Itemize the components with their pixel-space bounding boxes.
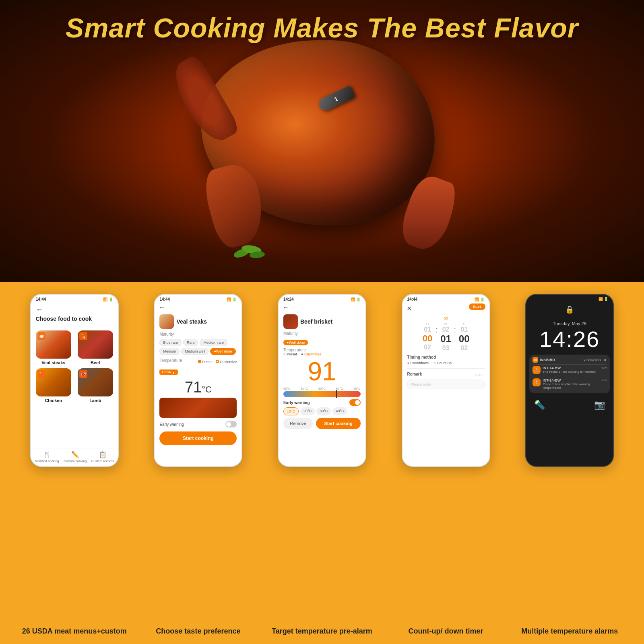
remark-header: Remark 0/100 [407,372,485,378]
nav-item-custom-cooking[interactable]: ✏️ Custom cooking [64,451,87,463]
food-item-chicken[interactable]: 🍗 Chicken [34,368,73,403]
notif-icon-1: 🌡️ [533,366,541,374]
food-label-chicken: Chicken [45,398,62,403]
phone3-ew-toggle-thumb [355,400,360,405]
ew-temp-40[interactable]: 40°C [332,407,347,415]
timer-s-current: 00 [459,333,470,345]
phone2-customize-radio[interactable]: Customize [216,360,237,364]
inkbird-logo: IB [533,357,538,363]
phone3-ew-toggle[interactable] [349,399,361,406]
caption-2: Choose taste preference [140,627,257,636]
maturity-rare[interactable]: Rare [183,339,198,346]
food-icon-veal: 🍽️ [37,332,45,340]
maturity-medium-rare[interactable]: Medium rare [200,339,227,346]
notification-item-2: 🌡️ INT-14-BW now Probe 1 has reached the… [533,377,607,391]
nav-item-modified[interactable]: 🍴 Modified cooking [35,451,59,463]
phone5-status-bar: 📶 🔋 [526,295,613,303]
phone3-customize-radio[interactable]: ● Customize [301,352,321,356]
phone3-status-icons: 📶 🔋 [351,297,361,301]
phone2-ew-label: Early warning [159,422,184,427]
phone2-usda-badge: USDA 🔥 [159,369,178,375]
phone5-lock-content: 🔒 Tuesday, May 28 14:26 IB INKBIRD ∨ Sho… [526,305,613,414]
phone4-timing-label: Timing method [407,355,485,359]
phone4-remark-input[interactable]: Please enter [407,380,485,389]
phone3-back-arrow[interactable]: ← [283,304,289,311]
phone3-start-cooking-button[interactable]: Start cooking [316,418,361,429]
phone3-temp-bar: 65°C 80°C 85°C 90°C 95°C [283,387,361,397]
maturity-blue-rare[interactable]: Blue rare [159,339,182,346]
phone4-countup-label: Count-up [437,361,452,365]
ew-temp-30[interactable]: 30°C [316,407,331,415]
phone1-back-arrow[interactable]: ← [36,305,113,314]
phone2-content: Veal steaks Maturity Blue rare Rare Medi… [155,312,242,448]
phone5-status-icons: 📶 🔋 [599,297,609,301]
timer-s-next: 02 [460,345,468,352]
food-label-veal: Veal steaks [41,360,65,365]
food-item-veal[interactable]: 🍽️ Veal steaks [34,330,73,365]
food-img-veal: 🍽️ [36,330,71,359]
caption-4: Count-up/ down timer [388,627,504,636]
phone2-temp-label: Temperature [159,358,182,363]
notif-message-1: The Probe 1 This cooking is Finished. [543,370,607,374]
flashlight-icon[interactable]: 🔦 [534,400,545,410]
inkbird-app-name: INKBIRD [540,358,555,362]
notif-title-row-1: INT-14-BW now [543,366,607,370]
phone5: 📶 🔋 🔒 Tuesday, May 28 14:26 IB INKBIRD [525,294,614,467]
phone2-back-arrow[interactable]: ← [159,304,165,311]
phone2-temperature-section: Temperature Preset Customize USDA 🔥 71°C [159,358,237,418]
phone2-ew-toggle-thumb [226,422,231,427]
food-img-beef: 🍖 [78,330,113,359]
phone2-start-cooking-button[interactable]: Start cooking [159,431,237,445]
camera-icon[interactable]: 📷 [594,400,605,410]
custom-records-icon: 📋 [99,451,107,458]
timer-col-s: S 01 00 02 [456,322,472,352]
phone2-maturity-buttons: Blue rare Rare Medium rare Medium Medium… [159,339,237,355]
phone2-preset-radio[interactable]: Preset [198,360,213,364]
phone5-time: 14:26 [526,326,613,352]
phone4: 14:44 📶 🔋 Start ✕ 00 H 01 00 [402,294,490,467]
phone3: 14:24 📶 🔋 ← Beef brisket Maturity ●Well [278,294,366,467]
phone4-count-label: 00 [407,316,485,320]
phone3-temp-bar-labels: 65°C 80°C 85°C 90°C 95°C [283,387,361,390]
ew-temp-10[interactable]: 10°C [283,407,299,415]
notif-time-1: now [601,366,607,370]
phone2-radio-group: Preset Customize [198,360,237,364]
notif-text-2: INT-14-BW now Probe 1 has reached the wa… [543,378,607,390]
phone3-back: ← [279,303,365,312]
phone2-container: 14:44 📶 🔋 ← Veal steaks Maturity [140,294,257,467]
phone5-notification-panel: IB INKBIRD ∨ Show less ✕ 🌡️ [529,355,610,393]
phone2-maturity-label: Maturity [159,332,237,336]
maturity-medium-well[interactable]: Medium well [181,348,208,355]
phone3-big-temp: 91 [283,359,361,384]
phone4-countdown-radio[interactable]: ● Countdown [407,361,429,365]
show-less-button[interactable]: ∨ Show less [583,358,601,362]
phone3-temp-bar-visual[interactable] [283,391,361,397]
timer-unit-m: M [444,322,448,326]
phone3-action-row: Remove Start cooking [283,418,361,429]
phone3-preset-radio[interactable]: ○ Preset [283,352,297,356]
food-item-beef[interactable]: 🍖 Beef [76,330,115,365]
food-item-lamb[interactable]: 🥩 Lamb [76,368,115,403]
phone4-countup-radio[interactable]: ○ Count-up [433,361,452,365]
phone4-start-button[interactable]: Start [469,303,485,310]
maturity-medium[interactable]: Medium [159,348,180,355]
timer-s-prev: 01 [460,326,468,333]
phone2-status-bar: 14:44 📶 🔋 [155,295,242,303]
nav-item-custom-records[interactable]: 📋 Custom records [91,451,114,463]
notif-title-2: INT-14-BW [543,378,561,382]
phone2: 14:44 📶 🔋 ← Veal steaks Maturity [154,294,242,467]
phone5-lock-icon-row: 🔒 [526,305,613,314]
phone3-well-done-badge: ●Well done [283,340,308,345]
timer-h-current: 00 [423,333,432,344]
caption-1: 26 USDA meat menus+custom [16,627,133,636]
ew-temp-20[interactable]: 20°C [300,407,315,415]
bottom-section: 14:44 📶 🔋 ← Choose food to cook 🍽️ [0,282,644,644]
phone3-food-name: Beef brisket [300,318,332,325]
phone4-status-bar: 14:44 📶 🔋 [402,295,489,303]
phone3-remove-button[interactable]: Remove [283,418,313,429]
close-notification-button[interactable]: ✕ [603,358,607,362]
phone2-steak-image [159,398,237,418]
phone2-ew-toggle[interactable] [225,421,237,427]
phone3-early-warning: Early warning 10°C 20°C 30°C 40°C [283,399,361,415]
maturity-well-done[interactable]: ●Well done [210,348,235,355]
